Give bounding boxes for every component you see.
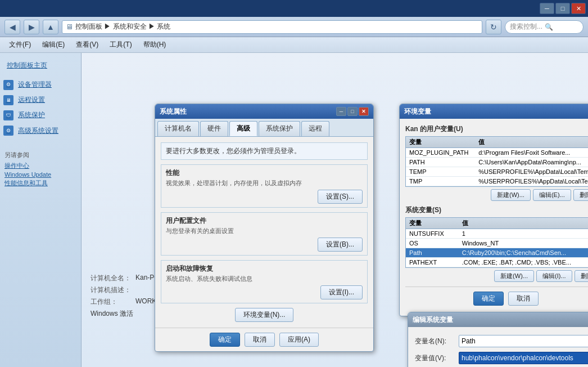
edit-title: 编辑系统变量 — [413, 315, 453, 325]
user-vars-table-container[interactable]: 变量 值 MOZ_PLUGIN_PATH d:\Program Files\Fo… — [405, 136, 588, 187]
sidebar-bottom: 另请参阅 操作中心 Windows Update 性能信息和工具 — [0, 147, 81, 192]
user-var-val-0: d:\Program Files\Foxit Software... — [475, 148, 588, 158]
var-name-input[interactable] — [459, 335, 588, 347]
sys-props-ok-btn[interactable]: 确定 — [210, 333, 240, 347]
system-properties-dialog: 系统属性 ─ □ ✕ 计算机名 硬件 高级 系统保护 远程 要进行大多数更改，您… — [155, 104, 374, 352]
device-manager-icon: ⚙ — [3, 80, 13, 90]
search-icon: 🔍 — [545, 23, 553, 31]
minimize-button[interactable]: ─ — [540, 3, 554, 14]
edit-sys-var-dialog: 编辑系统变量 ✕ 变量名(N): 变量值(V): 确定 取消 — [408, 312, 588, 367]
sys-var-name-0: NUTSUFFIX — [406, 229, 459, 239]
title-bar: ─ □ ✕ — [0, 0, 588, 17]
sys-props-close[interactable]: ✕ — [359, 107, 369, 116]
sys-edit-btn[interactable]: 编辑(I)... — [536, 270, 572, 282]
env-ok-btn[interactable]: 确定 — [473, 292, 504, 306]
advanced-settings-icon: ⚙ — [3, 126, 13, 136]
back-button[interactable]: ◀ — [4, 20, 20, 34]
var-value-input[interactable] — [459, 352, 588, 364]
tab-system-protection[interactable]: 系统保护 — [259, 121, 300, 136]
sidebar-link-action-center[interactable]: 操作中心 — [4, 162, 76, 170]
sys-props-maximize[interactable]: □ — [347, 107, 358, 116]
table-row[interactable]: OS Windows_NT — [406, 239, 588, 248]
remote-settings-icon: 🖥 — [3, 95, 13, 105]
sys-var-val-1: Windows_NT — [459, 239, 588, 248]
table-row[interactable]: Path C:\Ruby200\bin;C:\SenchaCmd\Sen... — [406, 248, 588, 258]
table-row[interactable]: PATHEXT .COM; .EXE; .BAT; .CMD; .VBS; .V… — [406, 258, 588, 267]
dialog-overlay: 系统属性 ─ □ ✕ 计算机名 硬件 高级 系统保护 远程 要进行大多数更改，您… — [82, 53, 588, 367]
address-path[interactable]: 🖥 控制面板 ▶ 系统和安全 ▶ 系统 — [62, 20, 482, 34]
close-button[interactable]: ✕ — [571, 3, 586, 14]
startup-settings-btn[interactable]: 设置(I)... — [320, 285, 363, 299]
user-new-btn[interactable]: 新建(W)... — [491, 189, 531, 201]
system-protection-icon: 🛡 — [3, 110, 13, 120]
tab-content-advanced: 要进行大多数更改，您必须作为管理员登录。 性能 视觉效果，处理器计划，内存使用，… — [155, 137, 373, 328]
tab-hardware[interactable]: 硬件 — [200, 121, 228, 136]
table-row[interactable]: TEMP %USERPROFILE%\AppData\Local\Temp — [406, 167, 588, 177]
search-box[interactable]: 搜索控制... 🔍 — [505, 20, 584, 34]
menu-help[interactable]: 帮助(H) — [139, 39, 171, 51]
user-var-name-0: MOZ_PLUGIN_PATH — [406, 148, 475, 158]
sidebar-item-advanced-settings[interactable]: ⚙ 高级系统设置 — [0, 123, 81, 138]
user-delete-btn[interactable]: 删除(D) — [573, 189, 588, 201]
env-title: 环境变量 — [404, 107, 431, 117]
menu-edit[interactable]: 编辑(E) — [38, 39, 69, 51]
sys-var-val-3: .COM; .EXE; .BAT; .CMD; .VBS; .VBE... — [459, 258, 588, 267]
forward-button[interactable]: ▶ — [24, 20, 39, 34]
up-button[interactable]: ▲ — [43, 20, 58, 34]
table-row[interactable]: MOZ_PLUGIN_PATH d:\Program Files\Foxit S… — [406, 148, 588, 158]
performance-desc: 视觉效果，处理器计划，内存使用，以及虚拟内存 — [166, 179, 363, 187]
table-row[interactable]: PATH C:\Users\Kan\AppData\Roaming\np... — [406, 158, 588, 167]
path-icon: 🖥 — [66, 23, 73, 31]
env-vars-btn[interactable]: 环境变量(N)... — [235, 308, 294, 322]
sidebar-item-system-protection[interactable]: 🛡 系统保护 — [0, 108, 81, 123]
sys-props-cancel-btn[interactable]: 取消 — [245, 333, 275, 347]
table-row[interactable]: TMP %USERPROFILES%\AppData\Local\Temp — [406, 177, 588, 186]
sys-delete-btn[interactable]: 删除(L) — [575, 270, 588, 282]
tab-remote[interactable]: 远程 — [301, 121, 329, 136]
sys-props-title: 系统属性 — [160, 107, 187, 117]
user-var-val-3: %USERPROFILES%\AppData\Local\Temp — [475, 177, 588, 186]
sidebar-link-performance[interactable]: 性能信息和工具 — [4, 179, 76, 187]
sys-vars-section: 系统变量(S) 变量 值 — [405, 205, 588, 282]
performance-title: 性能 — [166, 168, 363, 178]
sys-props-minimize[interactable]: ─ — [336, 107, 346, 116]
sys-var-name-2: Path — [406, 248, 459, 258]
env-cancel-btn[interactable]: 取消 — [508, 292, 539, 306]
maximize-button[interactable]: □ — [555, 3, 570, 14]
user-edit-btn[interactable]: 编辑(E)... — [533, 189, 571, 201]
sys-col-var: 变量 — [406, 218, 459, 229]
var-value-row: 变量值(V): — [415, 352, 588, 364]
sys-props-apply-btn[interactable]: 应用(A) — [279, 333, 319, 347]
user-var-name-3: TMP — [406, 177, 475, 186]
sys-vars-btns: 新建(W)... 编辑(I)... 删除(L) — [405, 270, 588, 282]
tab-computer-name[interactable]: 计算机名 — [157, 121, 199, 136]
table-row[interactable]: NUTSUFFIX 1 — [406, 229, 588, 239]
sys-props-footer: 确定 取消 应用(A) — [155, 328, 373, 351]
startup-desc: 系统启动、系统失败和调试信息 — [166, 275, 363, 283]
sys-var-name-3: PATHEXT — [406, 258, 459, 267]
menu-view[interactable]: 查看(V) — [71, 39, 103, 51]
edit-titlebar: 编辑系统变量 ✕ — [408, 312, 588, 327]
address-bar: ◀ ▶ ▲ 🖥 控制面板 ▶ 系统和安全 ▶ 系统 ↻ 搜索控制... 🔍 — [0, 17, 588, 37]
env-body: Kan 的用户变量(U) 变量 值 — [400, 119, 588, 316]
performance-settings-btn[interactable]: 设置(S)... — [318, 190, 363, 204]
user-var-val-1: C:\Users\Kan\AppData\Roaming\np... — [475, 158, 588, 167]
profile-settings-btn[interactable]: 设置(B)... — [318, 238, 363, 252]
sidebar-link-windows-update[interactable]: Windows Update — [4, 171, 76, 178]
env-titlebar: 环境变量 ✕ — [400, 104, 588, 119]
menu-file[interactable]: 文件(F) — [4, 39, 35, 51]
env-vars-dialog: 环境变量 ✕ Kan 的用户变量(U) 变量 — [399, 104, 588, 316]
user-vars-table: 变量 值 MOZ_PLUGIN_PATH d:\Program Files\Fo… — [406, 137, 588, 186]
sidebar-item-device-manager[interactable]: ⚙ 设备管理器 — [0, 77, 81, 92]
sidebar-item-remote-settings[interactable]: 🖥 远程设置 — [0, 92, 81, 108]
sys-new-btn[interactable]: 新建(W)... — [494, 270, 534, 282]
refresh-button[interactable]: ↻ — [486, 20, 501, 34]
var-name-row: 变量名(N): — [415, 335, 588, 347]
sys-props-controls: ─ □ ✕ — [336, 107, 369, 116]
menu-tools[interactable]: 工具(T) — [105, 39, 136, 51]
sidebar-item-main[interactable]: 控制面板主页 — [0, 57, 81, 74]
user-col-var: 变量 — [406, 137, 475, 148]
sys-var-val-0: 1 — [459, 229, 588, 239]
tab-advanced[interactable]: 高级 — [229, 121, 257, 136]
sys-vars-table-container[interactable]: 变量 值 NUTSUFFIX 1 — [405, 217, 588, 268]
